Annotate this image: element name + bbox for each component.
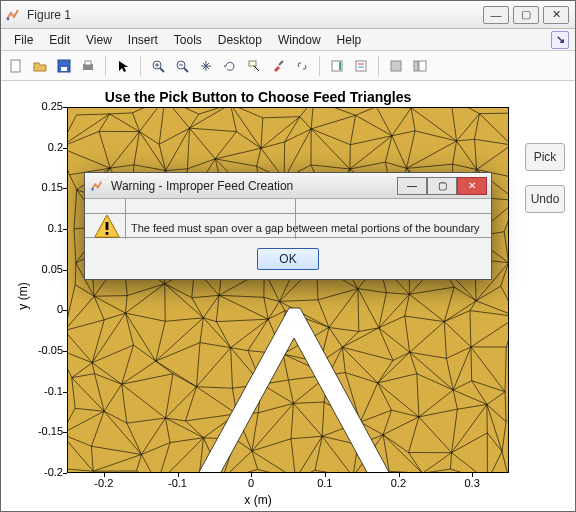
dialog-maximize-button[interactable]: ▢ (427, 177, 457, 195)
menu-edit[interactable]: Edit (42, 31, 77, 49)
mesh-plot (68, 108, 509, 473)
dialog-titlebar[interactable]: Warning - Improper Feed Creation — ▢ ✕ (85, 173, 491, 199)
show-plot-tools-button[interactable] (409, 55, 431, 77)
y-tick-label: -0.1 (25, 385, 63, 397)
y-tick-label: 0.1 (25, 222, 63, 234)
svg-rect-17 (339, 62, 341, 70)
plot-title: Use the Pick Button to Choose Feed Trian… (1, 89, 515, 105)
dialog-close-button[interactable]: ✕ (457, 177, 487, 195)
warning-icon (93, 213, 121, 242)
side-buttons: Pick Undo (525, 143, 565, 213)
svg-rect-3 (61, 67, 67, 71)
pointer-button[interactable] (112, 55, 134, 77)
insert-legend-button[interactable] (350, 55, 372, 77)
titlebar[interactable]: Figure 1 — ▢ ✕ (1, 1, 575, 29)
svg-rect-18 (356, 61, 366, 71)
warning-dialog: Warning - Improper Feed Creation — ▢ ✕ T… (84, 172, 492, 280)
axes[interactable] (67, 107, 509, 473)
menu-insert[interactable]: Insert (121, 31, 165, 49)
print-button[interactable] (77, 55, 99, 77)
window-controls: — ▢ ✕ (483, 6, 569, 24)
x-tick-label: 0.2 (384, 477, 414, 489)
datacursor-button[interactable] (243, 55, 265, 77)
x-tick-label: -0.2 (89, 477, 119, 489)
matlab-icon (5, 7, 21, 23)
pick-button[interactable]: Pick (525, 143, 565, 171)
svg-rect-557 (106, 232, 109, 235)
x-tick-label: 0.1 (310, 477, 340, 489)
menu-file[interactable]: File (7, 31, 40, 49)
window-title: Figure 1 (27, 8, 483, 22)
hide-plot-tools-button[interactable] (385, 55, 407, 77)
y-tick-label: 0.25 (25, 100, 63, 112)
svg-rect-22 (414, 61, 418, 71)
open-button[interactable] (29, 55, 51, 77)
menu-window[interactable]: Window (271, 31, 328, 49)
menu-help[interactable]: Help (330, 31, 369, 49)
new-figure-button[interactable] (5, 55, 27, 77)
svg-point-0 (7, 17, 10, 20)
menu-tools[interactable]: Tools (167, 31, 209, 49)
zoom-in-button[interactable] (147, 55, 169, 77)
menu-desktop[interactable]: Desktop (211, 31, 269, 49)
toolbar (1, 51, 575, 81)
menubar: File Edit View Insert Tools Desktop Wind… (1, 29, 575, 51)
svg-line-15 (279, 61, 283, 65)
insert-colorbar-button[interactable] (326, 55, 348, 77)
x-axis-label: x (m) (1, 493, 515, 507)
matlab-icon (89, 178, 105, 194)
brush-button[interactable] (267, 55, 289, 77)
svg-rect-5 (85, 61, 91, 65)
zoom-out-button[interactable] (171, 55, 193, 77)
link-button[interactable] (291, 55, 313, 77)
y-axis-label: y (m) (16, 282, 30, 309)
svg-rect-23 (419, 61, 426, 71)
minimize-button[interactable]: — (483, 6, 509, 24)
svg-rect-1 (11, 60, 20, 72)
y-tick-label: -0.2 (25, 466, 63, 478)
pan-button[interactable] (195, 55, 217, 77)
save-button[interactable] (53, 55, 75, 77)
menu-view[interactable]: View (79, 31, 119, 49)
plot-area: Use the Pick Button to Choose Feed Trian… (1, 81, 575, 511)
y-tick-label: 0 (25, 303, 63, 315)
close-button[interactable]: ✕ (543, 6, 569, 24)
svg-rect-13 (249, 61, 256, 66)
y-tick-label: 0.15 (25, 181, 63, 193)
svg-line-14 (254, 66, 259, 71)
x-tick-label: 0 (236, 477, 266, 489)
svg-line-11 (184, 68, 188, 72)
svg-line-7 (160, 68, 164, 72)
x-tick-label: 0.3 (457, 477, 487, 489)
svg-point-555 (91, 188, 93, 190)
dock-icon[interactable]: ↘ (551, 31, 569, 49)
undo-button[interactable]: Undo (525, 185, 565, 213)
dialog-grid-decoration (85, 199, 491, 279)
rotate-button[interactable] (219, 55, 241, 77)
y-tick-label: 0.05 (25, 263, 63, 275)
dialog-minimize-button[interactable]: — (397, 177, 427, 195)
y-tick-label: -0.05 (25, 344, 63, 356)
y-tick-label: 0.2 (25, 141, 63, 153)
maximize-button[interactable]: ▢ (513, 6, 539, 24)
y-tick-label: -0.15 (25, 425, 63, 437)
dialog-title: Warning - Improper Feed Creation (111, 179, 397, 193)
svg-rect-556 (106, 222, 109, 230)
svg-rect-21 (391, 61, 401, 71)
x-tick-label: -0.1 (163, 477, 193, 489)
dialog-body: The feed must span over a gap between me… (85, 199, 491, 279)
